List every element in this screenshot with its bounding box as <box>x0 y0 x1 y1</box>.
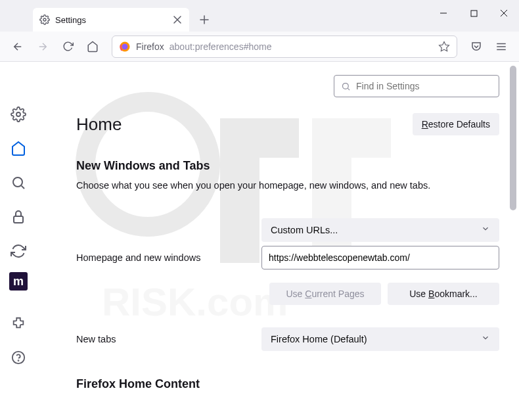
url-text: about:preferences#home <box>169 41 433 52</box>
app-menu-button[interactable] <box>490 35 512 58</box>
svg-rect-3 <box>471 11 477 16</box>
window-controls <box>428 0 519 26</box>
svg-marker-6 <box>440 41 449 51</box>
maximize-button[interactable] <box>459 0 489 26</box>
titlebar: Settings <box>0 0 519 32</box>
section-description: Choose what you see when you open your h… <box>76 179 499 192</box>
section-new-windows-tabs: New Windows and Tabs <box>76 159 499 173</box>
page-title: Home <box>76 114 122 135</box>
chevron-down-icon <box>481 333 490 344</box>
gear-icon <box>39 14 50 25</box>
homepage-mode-select[interactable]: Custom URLs... <box>261 218 499 242</box>
sidebar-mozilla-icon[interactable]: m <box>9 272 28 291</box>
sidebar-help-icon[interactable] <box>5 344 32 371</box>
sidebar-search-icon[interactable] <box>5 170 32 196</box>
settings-sidebar: m <box>0 62 37 420</box>
identity-label: Firefox <box>136 41 164 52</box>
section-firefox-home-content: Firefox Home Content <box>76 377 499 391</box>
mozilla-label: m <box>13 275 24 289</box>
use-current-pages-button[interactable]: Use Current Pages <box>269 283 381 305</box>
svg-point-11 <box>18 360 19 361</box>
svg-point-5 <box>122 43 128 49</box>
svg-rect-9 <box>14 216 23 223</box>
save-to-pocket-icon[interactable] <box>465 35 487 58</box>
use-bookmark-button[interactable]: Use Bookmark... <box>388 283 499 305</box>
svg-point-8 <box>13 177 22 187</box>
new-tab-button[interactable] <box>194 10 214 30</box>
forward-button[interactable] <box>32 35 54 58</box>
newtabs-label: New tabs <box>76 334 261 344</box>
svg-point-12 <box>343 83 349 89</box>
tab-title: Settings <box>55 15 167 25</box>
newtabs-mode-select[interactable]: Firefox Home (Default) <box>261 327 499 351</box>
search-icon <box>341 82 351 91</box>
minimize-button[interactable] <box>428 0 459 26</box>
find-in-settings[interactable] <box>334 75 499 97</box>
browser-tab[interactable]: Settings <box>33 8 189 32</box>
settings-content: Home Restore Defaults New Windows and Ta… <box>37 62 519 420</box>
svg-point-7 <box>16 112 20 116</box>
reload-button[interactable] <box>56 35 79 58</box>
sidebar-extensions-icon[interactable] <box>5 310 32 337</box>
close-window-button[interactable] <box>489 0 519 26</box>
chevron-down-icon <box>481 224 490 235</box>
sidebar-home-icon[interactable] <box>5 135 32 162</box>
svg-point-2 <box>43 18 46 21</box>
homepage-url-input[interactable] <box>261 246 499 269</box>
sidebar-sync-icon[interactable] <box>5 238 32 264</box>
scrollbar-thumb[interactable] <box>510 66 516 210</box>
url-bar[interactable]: Firefox about:preferences#home <box>112 35 457 58</box>
close-tab-icon[interactable] <box>172 14 183 25</box>
firefox-icon <box>119 41 131 53</box>
back-button[interactable] <box>7 35 29 58</box>
home-button[interactable] <box>81 35 104 58</box>
select-value: Firefox Home (Default) <box>271 334 367 344</box>
select-value: Custom URLs... <box>271 225 338 235</box>
restore-defaults-button[interactable]: Restore Defaults <box>413 113 499 135</box>
navigation-toolbar: Firefox about:preferences#home <box>0 32 519 62</box>
sidebar-general-icon[interactable] <box>5 101 32 128</box>
find-input[interactable] <box>356 81 492 91</box>
sidebar-privacy-icon[interactable] <box>5 204 32 230</box>
bookmark-star-icon[interactable] <box>438 41 450 53</box>
homepage-label: Homepage and new windows <box>76 252 261 263</box>
scrollbar[interactable] <box>508 62 518 420</box>
